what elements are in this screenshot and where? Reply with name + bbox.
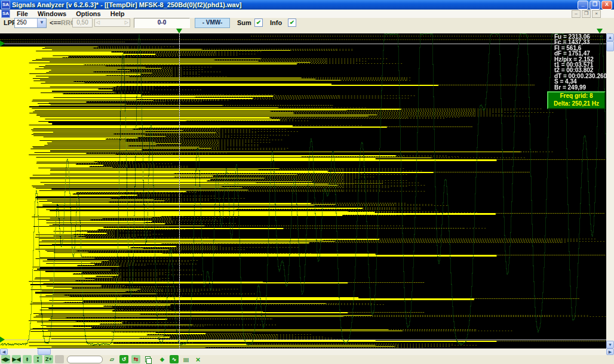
- scroll-down-icon[interactable]: ▼: [606, 341, 614, 348]
- sum-checkbox[interactable]: ✔: [254, 18, 263, 27]
- export-icon[interactable]: ⇆: [131, 355, 140, 363]
- marker-strip: [0, 28, 614, 33]
- lpf-combobox[interactable]: 250 ▼: [14, 18, 47, 28]
- toolbar: LPF 250 ▼ <== RRC 0,50 ◁▷ 0-0 - VMW- Sum…: [0, 18, 614, 28]
- chevron-down-icon[interactable]: ▼: [37, 18, 46, 27]
- comb-icon[interactable]: ||||: [182, 355, 191, 363]
- diamond-icon[interactable]: ◆: [158, 355, 167, 363]
- cursor-marker-icon[interactable]: [176, 29, 182, 33]
- copy-icon[interactable]: [143, 355, 152, 363]
- scroll-left-icon[interactable]: ◀: [0, 348, 8, 355]
- child-close-button[interactable]: ×: [592, 10, 601, 18]
- lower-ref-marker-icon[interactable]: [0, 337, 5, 343]
- child-restore-button[interactable]: ❐: [582, 10, 591, 18]
- zoom-plus-icon[interactable]: Z+: [44, 355, 53, 363]
- document-icon: SA: [1, 10, 10, 18]
- horizontal-scrollbar[interactable]: ◀ ▶: [0, 348, 614, 355]
- vscroll-thumb[interactable]: [606, 41, 614, 51]
- arrow-label: <==: [50, 19, 61, 26]
- disabled-button: [55, 355, 64, 363]
- menu-windows[interactable]: Windows: [33, 10, 71, 17]
- info-label: Info: [270, 19, 282, 26]
- menu-bar: SA FileWindowsOptionsHelp – ❐ ×: [0, 10, 614, 18]
- lpf-value: 250: [15, 18, 37, 27]
- freq-delta-label: Delta: 250,21 Hz: [548, 100, 604, 108]
- right-marker-icon[interactable]: [597, 29, 603, 33]
- signal-display: Fu = 2313,06Fc = 1437,33Fl = 561,6dF = 1…: [0, 33, 606, 348]
- rrc-slider: ◁▷: [94, 18, 130, 27]
- title-bar: SA Signals Analyzer [v 6.2.6.3]* - [[Tem…: [0, 0, 614, 10]
- expand-vertical-icon[interactable]: ▲▼: [23, 355, 32, 363]
- sum-label: Sum: [237, 19, 251, 26]
- expand-horizontal-icon[interactable]: ◀▶: [1, 355, 10, 363]
- freq-grid-label: Freq grid: 8: [548, 92, 604, 100]
- hscroll-thumb[interactable]: [38, 348, 51, 355]
- compress-vertical-icon[interactable]: ▼▲: [33, 355, 42, 363]
- child-minimize-button[interactable]: –: [572, 10, 581, 18]
- close-button[interactable]: X: [601, 1, 612, 10]
- vertical-scrollbar[interactable]: ▲ ▼: [606, 33, 614, 348]
- scroll-right-icon[interactable]: ▶: [606, 348, 614, 355]
- trapezoid-icon[interactable]: ▱: [108, 355, 116, 363]
- minimize-button[interactable]: _: [578, 1, 588, 10]
- vmw-button[interactable]: - VMW-: [195, 18, 230, 28]
- menu-help[interactable]: Help: [106, 10, 130, 17]
- wave-icon[interactable]: ∿: [170, 355, 179, 363]
- freq-grid-box: Freq grid: 8 Delta: 250,21 Hz: [547, 91, 606, 109]
- collapse-horizontal-icon[interactable]: ▶◀: [12, 355, 21, 363]
- info-checkbox[interactable]: ✔: [288, 18, 296, 27]
- application-window: SA Signals Analyzer [v 6.2.6.3]* - [[Tem…: [0, 0, 614, 364]
- menu-options[interactable]: Options: [71, 10, 106, 17]
- measurement-info-panel: Fu = 2313,06Fc = 1437,33Fl = 561,6dF = 1…: [554, 34, 607, 90]
- range-display: 0-0: [134, 18, 190, 28]
- menu-file[interactable]: File: [12, 10, 33, 17]
- delete-icon[interactable]: ×: [194, 355, 202, 363]
- upper-ref-marker-icon[interactable]: [0, 41, 5, 47]
- restore-button[interactable]: ❐: [590, 1, 600, 10]
- bottom-toolbar: ◀▶▶◀▲▼▼▲Z+▱↺⇆◆∿||||×: [0, 355, 614, 364]
- marker-field[interactable]: [67, 356, 103, 363]
- scroll-up-icon[interactable]: ▲: [606, 33, 614, 41]
- app-icon: SA: [1, 1, 10, 9]
- undo-icon[interactable]: ↺: [119, 355, 128, 363]
- rrc-input: 0,50: [72, 18, 93, 27]
- spectrum-waveform-canvas[interactable]: [0, 33, 606, 348]
- info-line: Br = 249,99: [554, 85, 607, 90]
- window-title: Signals Analyzer [v 6.2.6.3]* - [[TempDi…: [12, 1, 241, 8]
